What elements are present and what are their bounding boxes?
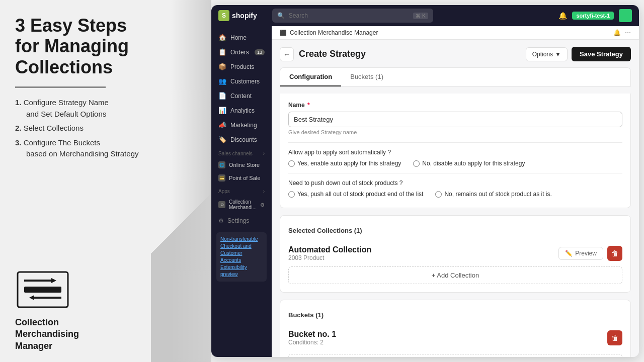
sidebar-item-label: Settings (227, 217, 249, 224)
sidebar-item-point-of-sale[interactable]: 💳 Point of Sale (211, 171, 272, 185)
pencil-icon: ✏️ (565, 250, 573, 257)
out-of-stock-yes[interactable]: Yes, push all out of stock product end o… (288, 191, 423, 198)
sidebar-item-customers[interactable]: 👥 Customers (211, 74, 272, 88)
orders-badge: 13 (255, 49, 265, 55)
search-shortcut: ⌘ K (413, 13, 428, 19)
auto-apply-yes-label: Yes, enable auto apply for this strategy (297, 160, 401, 167)
page-container: ← Create Strategy Options ▼ Save Strateg… (272, 40, 639, 357)
strategy-name-input[interactable] (288, 112, 622, 127)
name-label: Name * (288, 102, 622, 109)
main-title: 3 Easy Steps for Managing Collections (15, 15, 196, 77)
back-button[interactable]: ← (280, 47, 294, 61)
online-store-icon: 🌐 (218, 161, 225, 168)
collection-app-icon: ⚙ (218, 201, 225, 208)
shopify-admin-panel: S shopify 🔍 ⌘ K 🔔 sortyfi-test-1 🏠 Home … (211, 5, 639, 357)
auto-apply-yes-radio[interactable] (288, 160, 295, 167)
options-button[interactable]: Options ▼ (526, 47, 568, 61)
auto-apply-group: Allow app to apply sort automatically ? … (288, 149, 622, 167)
collection-item: Automated Collection 2003 Product ✏️ Pre… (288, 240, 622, 266)
apps-section: Apps › (211, 185, 272, 196)
settings-icon: ⚙ (218, 217, 224, 224)
delete-collection-button[interactable]: 🗑 (607, 246, 622, 261)
bell-icon-app[interactable]: 🔔 (613, 29, 621, 36)
tabs: Configuration Buckets (1) (280, 68, 630, 86)
collection-name: Automated Collection (288, 245, 371, 254)
app-header-left: ⬛ Collection Merchandise Manager (280, 29, 378, 36)
sidebar-item-collection-app[interactable]: ⚙ Collection Merchandi... ⚙ (211, 196, 272, 213)
sidebar-item-online-store[interactable]: 🌐 Online Store (211, 158, 272, 171)
add-collection-button[interactable]: + Add Collection (288, 266, 622, 284)
sidebar-item-analytics[interactable]: 📊 Analytics (211, 103, 272, 118)
sidebar-item-home[interactable]: 🏠 Home (211, 30, 272, 45)
back-arrow-icon: ← (283, 50, 290, 58)
orders-icon: 📋 (218, 48, 226, 56)
preview-label: Preview (575, 250, 597, 257)
required-marker: * (307, 102, 310, 109)
divider (288, 173, 622, 173)
sidebar-item-marketing[interactable]: 📣 Marketing (211, 118, 272, 132)
page-header-right: Options ▼ Save Strategy (526, 47, 631, 61)
search-input[interactable] (289, 12, 410, 19)
auto-apply-yes[interactable]: Yes, enable auto apply for this strategy (288, 160, 401, 167)
discounts-icon: 🏷️ (218, 136, 226, 143)
sales-channels-section: Sales channels › (211, 147, 272, 158)
marketing-icon: 📣 (218, 121, 226, 129)
bell-icon[interactable]: 🔔 (558, 12, 567, 20)
sidebar-item-label: Point of Sale (229, 175, 260, 181)
auto-apply-label: Allow app to apply sort automatically ? (288, 149, 622, 156)
page-title: Create Strategy (299, 49, 366, 59)
out-of-stock-yes-label: Yes, push all out of stock product end o… (297, 191, 423, 198)
sidebar: 🏠 Home 📋 Orders 13 📦 Products 👥 Customer… (211, 26, 272, 357)
svg-marker-5 (29, 295, 34, 300)
sidebar-item-label: Products (230, 63, 254, 70)
user-badge[interactable]: sortyfi-test-1 (572, 12, 614, 20)
out-of-stock-yes-radio[interactable] (288, 191, 295, 198)
list-item: 2. Select Collections (15, 123, 196, 134)
step-3-text: Configure The Bucketsbased on Merchandis… (15, 138, 196, 160)
brand-section: Collection Merchandising Manager (15, 269, 196, 352)
chevron-down-icon: ▼ (555, 51, 561, 58)
sidebar-item-settings[interactable]: ⚙ Settings (211, 213, 272, 228)
sidebar-item-discounts[interactable]: 🏷️ Discounts (211, 132, 272, 147)
sidebar-item-orders[interactable]: 📋 Orders 13 (211, 45, 272, 59)
pos-icon: 💳 (218, 174, 225, 182)
sidebar-item-label: Marketing (230, 122, 257, 129)
out-of-stock-no-radio[interactable] (435, 191, 442, 198)
bucket-info: Bucket no. 1 Conditions: 2 (288, 330, 336, 346)
sidebar-item-content[interactable]: 📄 Content (211, 88, 272, 103)
list-item: 3. Configure The Bucketsbased on Merchan… (15, 137, 196, 160)
search-bar[interactable]: 🔍 ⌘ K (272, 9, 433, 23)
step-1-text: Configure Strategy Nameand Set Default O… (15, 98, 196, 120)
delete-bucket-button[interactable]: 🗑 (607, 330, 622, 345)
bucket-name: Bucket no. 1 (288, 330, 336, 339)
user-avatar (619, 9, 632, 22)
preview-button[interactable]: ✏️ Preview (558, 247, 603, 260)
topbar: S shopify 🔍 ⌘ K 🔔 sortyfi-test-1 (211, 5, 639, 26)
shopify-logo: S shopify (218, 10, 257, 21)
sidebar-item-products[interactable]: 📦 Products (211, 59, 272, 74)
tab-label: Buckets (1) (350, 73, 383, 80)
manage-buckets-button[interactable]: ✏ Manage Buckets (288, 354, 622, 357)
svg-marker-2 (51, 278, 56, 283)
shopify-wordmark: shopify (232, 12, 257, 20)
save-strategy-button[interactable]: Save Strategy (572, 47, 631, 61)
more-options-icon[interactable]: ⋯ (625, 29, 631, 36)
app-settings-icon: ⚙ (260, 202, 265, 208)
tab-buckets[interactable]: Buckets (1) (341, 68, 392, 86)
collection-actions: ✏️ Preview 🗑 (558, 246, 622, 261)
options-label: Options (532, 51, 553, 58)
sidebar-item-label: Orders (230, 49, 249, 56)
topbar-right: 🔔 sortyfi-test-1 (558, 9, 632, 22)
out-of-stock-no[interactable]: No, remains out of stock product as it i… (435, 191, 551, 198)
plugin-icon: ⬛ (280, 30, 287, 36)
brand-name: Collection Merchandising Manager (15, 317, 79, 352)
auto-apply-no[interactable]: No, disable auto apply for this strategy (413, 160, 525, 167)
steps-list: 1. Configure Strategy Nameand Set Defaul… (15, 97, 196, 163)
content-icon: 📄 (218, 92, 226, 100)
page-header: ← Create Strategy Options ▼ Save Strateg… (280, 47, 631, 61)
trash-icon: 🗑 (611, 249, 618, 257)
auto-apply-no-radio[interactable] (413, 160, 420, 167)
left-panel: 3 Easy Steps for Managing Collections 1.… (0, 0, 211, 362)
tab-configuration[interactable]: Configuration (280, 68, 341, 86)
non-transferable-notice[interactable]: Non-transferable Checkout and Customer A… (216, 232, 267, 282)
